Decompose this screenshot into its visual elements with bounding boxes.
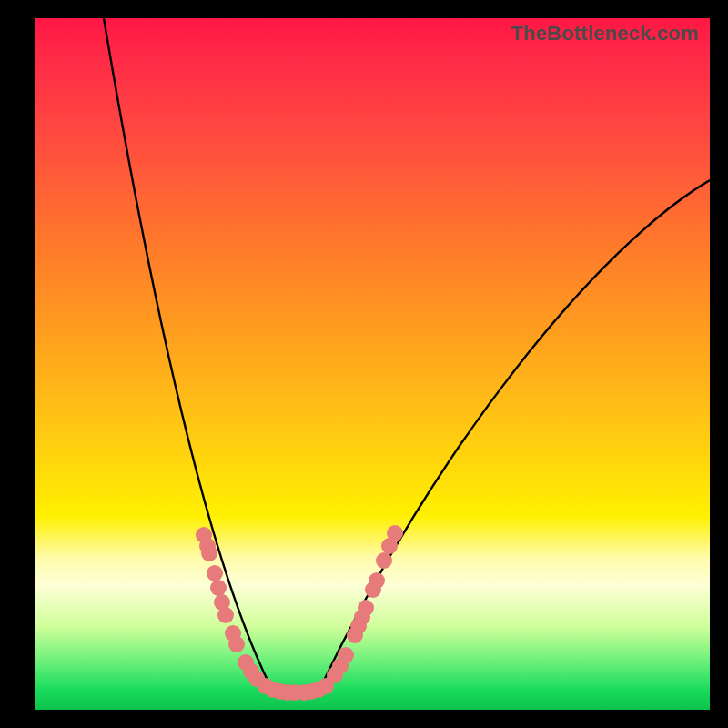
highlight-dot — [210, 580, 227, 596]
highlight-dot — [243, 663, 259, 680]
highlight-dot — [279, 684, 296, 701]
highlight-dot — [238, 654, 254, 671]
highlight-dot — [318, 678, 334, 694]
highlight-dot — [369, 572, 385, 589]
highlight-dot — [248, 671, 265, 687]
highlight-dot — [338, 647, 354, 663]
highlight-dot — [303, 683, 319, 700]
highlight-dot — [347, 627, 363, 643]
highlight-markers — [196, 525, 403, 701]
right-curve — [318, 180, 710, 692]
highlight-dot — [350, 618, 367, 634]
highlight-dot — [196, 527, 212, 543]
highlight-dot — [217, 607, 234, 623]
highlight-dot — [214, 594, 230, 611]
watermark-label: TheBottleneck.com — [511, 22, 699, 46]
highlight-dot — [265, 682, 281, 698]
highlight-dot — [296, 684, 312, 701]
highlight-dot — [258, 678, 274, 694]
highlight-dot — [358, 600, 374, 616]
highlight-dot — [327, 667, 343, 683]
highlight-dot — [376, 552, 392, 569]
highlight-dot — [228, 636, 245, 652]
chart-svg — [35, 18, 710, 710]
highlight-dot — [381, 538, 398, 554]
highlight-dot — [310, 682, 327, 698]
highlight-dot — [332, 658, 349, 674]
left-curve — [104, 18, 273, 692]
highlight-dot — [207, 565, 223, 581]
highlight-dot — [287, 684, 303, 701]
highlight-dot — [225, 625, 241, 642]
highlight-dot — [365, 581, 381, 598]
highlight-dot — [387, 525, 403, 541]
highlight-dot — [201, 545, 217, 561]
plot-area: TheBottleneck.com — [35, 18, 710, 710]
highlight-dot — [354, 609, 370, 625]
highlight-dot — [199, 538, 216, 554]
highlight-dot — [272, 683, 288, 700]
